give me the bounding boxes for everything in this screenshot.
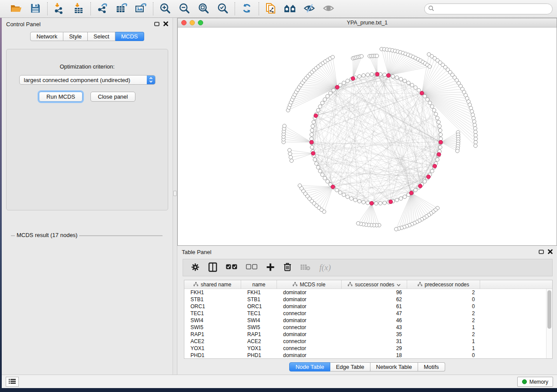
float-panel-icon[interactable] — [154, 21, 159, 28]
table-cell: FKH1 — [184, 289, 241, 296]
run-mcds-button[interactable]: Run MCDS — [39, 92, 83, 102]
deselect-all-icon — [246, 264, 257, 271]
tab-node-table[interactable]: Node Table — [289, 362, 330, 371]
network-graph[interactable] — [178, 28, 557, 245]
zoom-selected-button[interactable] — [216, 3, 229, 15]
control-panel-tabs: NetworkStyleSelectMCDS — [2, 32, 173, 41]
table-cell: connector — [277, 324, 342, 330]
destroy-table-button — [300, 264, 311, 272]
table-cell: 43 — [342, 324, 407, 330]
table-panel-titlebar: Table Panel — [177, 246, 557, 258]
close-panel-icon[interactable] — [163, 21, 168, 28]
splitter-handle[interactable] — [173, 191, 176, 196]
table-cell: 61 — [342, 303, 407, 309]
table-cell: dominator — [277, 303, 342, 309]
zoom-out-button[interactable] — [178, 3, 191, 15]
table-cell: 62 — [342, 296, 407, 303]
trash-icon — [284, 262, 291, 273]
zoom-selected-icon — [217, 3, 228, 15]
clone-network-button[interactable] — [264, 3, 277, 15]
table-cell: dominator — [277, 289, 342, 296]
table-row[interactable]: STB1STB1dominator620 — [184, 296, 546, 303]
table-row[interactable]: RAP1RAP1dominator352 — [184, 331, 546, 338]
table-row[interactable]: YOX1YOX1connector291 — [184, 345, 546, 352]
scrollbar-thumb[interactable] — [547, 290, 551, 329]
close-panel-icon[interactable] — [548, 249, 553, 255]
float-panel-icon[interactable] — [539, 249, 544, 255]
zoom-fit-button[interactable] — [197, 3, 210, 15]
column-header-successor-nodes[interactable]: successor nodes — [342, 280, 407, 289]
table-cell: 2 — [407, 289, 480, 296]
refresh-layout-button[interactable] — [240, 3, 253, 15]
hide-selected-button[interactable] — [303, 3, 316, 15]
column-label: shared name — [201, 282, 231, 288]
table-cell: YOX1 — [184, 345, 241, 351]
hierarchy-icon — [348, 282, 353, 288]
table-row[interactable]: SWI5SWI5connector431 — [184, 324, 546, 331]
zoom-in-button[interactable] — [159, 3, 172, 15]
table-settings-button[interactable] — [191, 263, 200, 273]
export-network-button[interactable] — [96, 3, 109, 15]
show-all-icon — [322, 3, 335, 14]
close-panel-button[interactable]: Close panel — [90, 92, 135, 102]
first-neighbors-button[interactable] — [284, 3, 297, 15]
table-row[interactable]: SWI4SWI4dominator462 — [184, 317, 546, 324]
column-header-name[interactable]: name — [241, 280, 277, 289]
export-image-icon — [135, 3, 147, 15]
status-bar: Memory — [2, 375, 557, 388]
show-columns-button[interactable] — [208, 262, 217, 273]
table-cell: 31 — [342, 338, 407, 344]
hide-selected-icon — [303, 3, 315, 14]
table-cell: 1 — [407, 345, 480, 351]
show-all-button[interactable] — [322, 3, 335, 15]
tab-mcds[interactable]: MCDS — [115, 32, 144, 41]
network-window-titlebar: YPA_prune.txt_1 — [178, 18, 557, 28]
table-row[interactable]: TEC1TEC1connector472 — [184, 310, 546, 317]
zoom-in-icon — [159, 3, 171, 15]
delete-column-button[interactable] — [284, 262, 291, 273]
add-column-button[interactable] — [266, 263, 275, 273]
import-table-button[interactable] — [72, 3, 85, 15]
tab-select[interactable]: Select — [88, 32, 115, 41]
table-cell: SWI4 — [241, 317, 277, 323]
table-toolbar: f(x) — [183, 259, 553, 276]
tab-edge-table[interactable]: Edge Table — [330, 362, 370, 371]
table-cell: SWI5 — [241, 324, 277, 330]
column-label: predecessor nodes — [425, 282, 469, 288]
task-history-button[interactable] — [6, 377, 19, 387]
table-cell: SWI4 — [184, 317, 241, 323]
tab-network-table[interactable]: Network Table — [370, 362, 418, 371]
export-table-button[interactable] — [115, 3, 128, 15]
mcds-result-box: MCDS result (17 nodes) PHD1CAR1STP4TID3Y… — [11, 235, 163, 236]
import-network-button[interactable] — [53, 3, 66, 15]
open-file-button[interactable] — [10, 3, 23, 15]
node-table-scrollbar[interactable] — [546, 289, 552, 358]
table-cell: 2 — [407, 310, 480, 316]
table-row[interactable]: ACE2ACE2connector311 — [184, 338, 546, 345]
tab-motifs[interactable]: Motifs — [418, 362, 445, 371]
select-all-rows-button[interactable] — [226, 264, 237, 271]
optimization-criterion-select[interactable]: largest connected component (undirected) — [19, 75, 156, 85]
export-image-button[interactable] — [135, 3, 148, 15]
network-canvas[interactable] — [178, 28, 557, 245]
column-header-shared-name[interactable]: shared name — [184, 280, 241, 289]
table-cell: YOX1 — [241, 345, 277, 351]
column-header-predecessor-nodes[interactable]: predecessor nodes — [407, 280, 480, 289]
memory-button[interactable]: Memory — [517, 377, 553, 387]
deselect-all-rows-button[interactable] — [246, 264, 257, 271]
search-field[interactable] — [424, 3, 553, 14]
table-cell: RAP1 — [241, 331, 277, 337]
tab-style[interactable]: Style — [63, 32, 88, 41]
table-row[interactable]: ORC1ORC1dominator610 — [184, 303, 546, 310]
table-cell: STB1 — [241, 296, 277, 303]
select-all-icon — [226, 264, 237, 271]
panel-splitter[interactable] — [173, 18, 177, 375]
table-row[interactable]: PHD1PHD1dominator180 — [184, 352, 546, 358]
mcds-result-list[interactable]: PHD1CAR1STP4TID3YOX1SWI4SRD1PMA2FKH1ACE2… — [12, 237, 155, 239]
tab-network[interactable]: Network — [30, 32, 63, 41]
destroy-table-icon — [300, 264, 311, 272]
column-header-MCDS-role[interactable]: MCDS role — [277, 280, 342, 289]
table-row[interactable]: FKH1FKH1dominator962 — [184, 289, 546, 296]
save-session-button[interactable] — [29, 3, 42, 15]
search-input[interactable] — [436, 6, 549, 12]
